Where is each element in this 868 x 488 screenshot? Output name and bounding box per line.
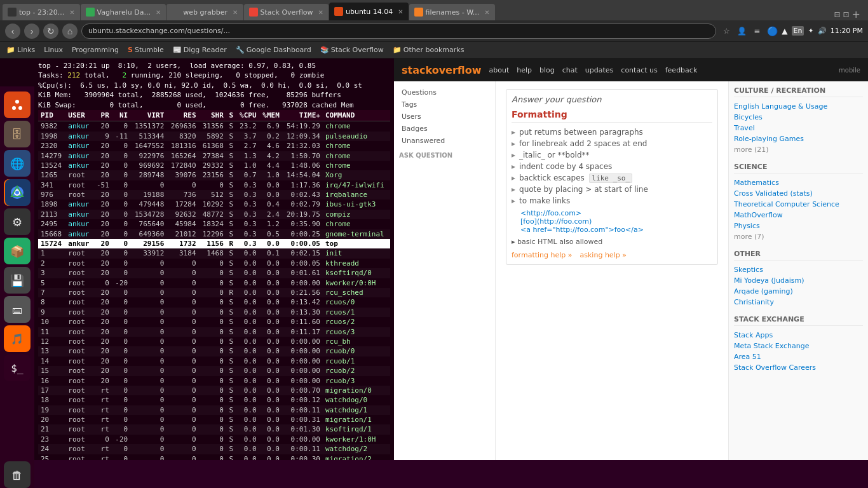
table-row: 8root200000S0.00.00:13.42rcuos/0 (38, 297, 390, 307)
link-skeptics[interactable]: Skeptics (734, 264, 863, 275)
link-example-2[interactable]: [foo](http://foo.com) (520, 217, 712, 226)
maximize-icon[interactable]: ⊡ (843, 10, 850, 19)
link-stack-apps[interactable]: Stack Apps (734, 330, 863, 341)
col-user: USER (65, 110, 93, 121)
dock-trash[interactable]: 🗑 (4, 461, 31, 488)
so-nav-tags[interactable]: Tags (394, 98, 495, 111)
so-nav-contact[interactable]: contact us (621, 66, 657, 74)
so-header: stackoverflow about help blog chat updat… (394, 58, 868, 81)
so-mobile-link[interactable]: mobile (839, 67, 860, 74)
bookmark-stumble[interactable]: S Stumble (125, 44, 166, 55)
link-meta-stack[interactable]: Meta Stack Exchange (734, 341, 863, 351)
bookmark-digg[interactable]: 📰 Digg Reader (170, 44, 229, 55)
so-nav-updates[interactable]: updates (585, 66, 614, 74)
tab-inbox[interactable]: Stack Overflow ✕ (244, 4, 329, 20)
dock-firefox[interactable]: 🌐 (4, 150, 31, 177)
link-cross-validated[interactable]: Cross Validated (stats) (734, 188, 863, 199)
so-nav-help[interactable]: help (517, 66, 532, 74)
so-nav-questions[interactable]: Questions (394, 86, 495, 98)
home-button[interactable]: ⌂ (62, 24, 78, 39)
tab-filenames[interactable]: filenames - W... ✕ (409, 4, 495, 20)
bookmark-stackoverflow[interactable]: 📚 Stack Overflow (318, 44, 386, 55)
right-panel: stackoverflow about help blog chat updat… (394, 58, 868, 460)
minimize-icon[interactable]: ⊟ (834, 10, 840, 19)
so-nav-feedback[interactable]: feedback (665, 66, 698, 74)
link-mathematics[interactable]: Mathematics (734, 177, 863, 188)
so-right-sidebar: CULTURE / RECREATION English Language & … (728, 81, 868, 460)
col-cpu: %CPU (236, 110, 259, 121)
stumble-icon: S (128, 46, 133, 54)
dock-settings[interactable]: ⚙ (4, 208, 31, 235)
so-answer-area: Answer your question Formatting ▸ put re… (506, 89, 718, 265)
bookmark-linux[interactable]: Linux (41, 44, 65, 55)
reload-button[interactable]: ↻ (43, 24, 58, 39)
link-english-language[interactable]: English Language & Usage (734, 101, 863, 112)
so-nav-blog[interactable]: blog (539, 66, 555, 74)
tab-terminal[interactable]: top - 23:20... ✕ (3, 4, 80, 20)
dock-disk2[interactable]: 🖴 (4, 296, 31, 323)
tab-webgrabber[interactable]: web grabber ✕ (166, 4, 243, 20)
link-bicycles[interactable]: Bicycles (734, 112, 863, 123)
so-nav-badges[interactable]: Badges (394, 123, 495, 135)
link-physics[interactable]: Physics (734, 220, 863, 231)
dock-files[interactable]: 🗄 (4, 121, 31, 147)
person-icon[interactable]: 👤 (735, 25, 748, 37)
link-arqade[interactable]: Arqade (gaming) (734, 286, 863, 297)
table-row: 25rootrt0000S0.00.00:00.30migration/2 (38, 454, 390, 460)
link-theoretical-cs[interactable]: Theoretical Computer Science (734, 199, 863, 210)
new-tab-icon[interactable]: + (852, 8, 860, 20)
formatting-help-link[interactable]: formatting help » (512, 251, 573, 259)
table-row: 13524ankur20096969217284029332S1.04.41:4… (38, 161, 390, 170)
menu-icon[interactable]: ≡ (750, 25, 763, 37)
table-row: 9root200000S0.00.00:13.30rcuos/1 (38, 308, 390, 317)
formatting-item-1: ▸ put returns between paragraphs (512, 126, 712, 138)
forward-button[interactable]: › (24, 24, 39, 39)
dock-disk[interactable]: 💾 (4, 267, 31, 294)
link-mi-yodeya[interactable]: Mi Yodeya (Judaism) (734, 275, 863, 286)
link-example-3[interactable]: <a href="http://foo.com">foo</a> (520, 226, 712, 234)
bookmarks-bar: 📁 Links Linux Programming S Stumble 📰 Di… (0, 42, 868, 58)
asking-help-link[interactable]: asking help » (580, 251, 627, 259)
link-area51[interactable]: Area 51 (734, 351, 863, 362)
bookmark-icon[interactable]: ☆ (720, 25, 733, 37)
wifi-icon: ▲ (782, 27, 787, 36)
tab-vagharelu[interactable]: Vagharelu Da... ✕ (81, 4, 166, 20)
link-rpg[interactable]: Role-playing Games (734, 133, 863, 144)
link-more21[interactable]: more (21) (734, 144, 863, 155)
so-nav-users[interactable]: Users (394, 111, 495, 123)
so-nav-about[interactable]: about (489, 66, 509, 74)
bookmark-other[interactable]: 📁 Other bookmarks (390, 44, 467, 55)
table-row: 18rootrt0000S0.00.00:00.12watchdog/0 (38, 395, 390, 405)
bookmark-programming[interactable]: Programming (69, 44, 121, 55)
so-nav-unanswered[interactable]: Unanswered (394, 135, 495, 147)
so-nav-chat[interactable]: chat (562, 66, 578, 74)
col-res: RES (166, 110, 198, 121)
table-row: 2495ankur2007656404598418324S0.31.20:35.… (38, 219, 390, 229)
browser-window: top - 23:20... ✕ Vagharelu Da... ✕ web g… (0, 0, 868, 58)
col-ni: NI (112, 110, 130, 121)
link-so-careers[interactable]: Stack Overflow Careers (734, 362, 863, 373)
link-example-1[interactable]: <http://foo.com> (520, 209, 712, 217)
svg-point-2 (12, 106, 16, 110)
dock-ubuntu[interactable] (4, 92, 31, 118)
tab-ubuntu[interactable]: ubuntu 14.04 ✕ (329, 3, 409, 20)
link-christianity[interactable]: Christianity (734, 297, 863, 308)
formatting-item-7: ▸ to make links (512, 195, 712, 207)
nav-bar: ‹ › ↻ ⌂ ubuntu.stackexchange.com/questio… (0, 20, 868, 42)
dock-vlc[interactable]: 🎵 (4, 325, 31, 352)
col-time: TIME+ (282, 110, 323, 121)
inbox-tab-label: Stack Overflow (261, 8, 313, 17)
link-more7[interactable]: more (7) (734, 231, 863, 242)
dock-chrome[interactable] (4, 179, 31, 206)
bookmark-google-dashboard[interactable]: 🔧 Google Dashboard (233, 44, 314, 55)
table-row: 10root200000S0.00.00:11.60rcuos/2 (38, 317, 390, 327)
dock-software[interactable]: 📦 (4, 238, 31, 264)
link-mathoverflow[interactable]: MathOverflow (734, 210, 863, 220)
dock-terminal[interactable]: $_ (4, 355, 31, 381)
link-travel[interactable]: Travel (734, 123, 863, 133)
bookmark-links[interactable]: 📁 Links (4, 44, 37, 55)
address-bar[interactable]: ubuntu.stackexchange.com/questions/... (81, 24, 716, 39)
svg-point-6 (15, 191, 19, 194)
back-button[interactable]: ‹ (5, 24, 20, 39)
formatting-item-6: ▸ quote by placing > at start of line (512, 184, 712, 195)
